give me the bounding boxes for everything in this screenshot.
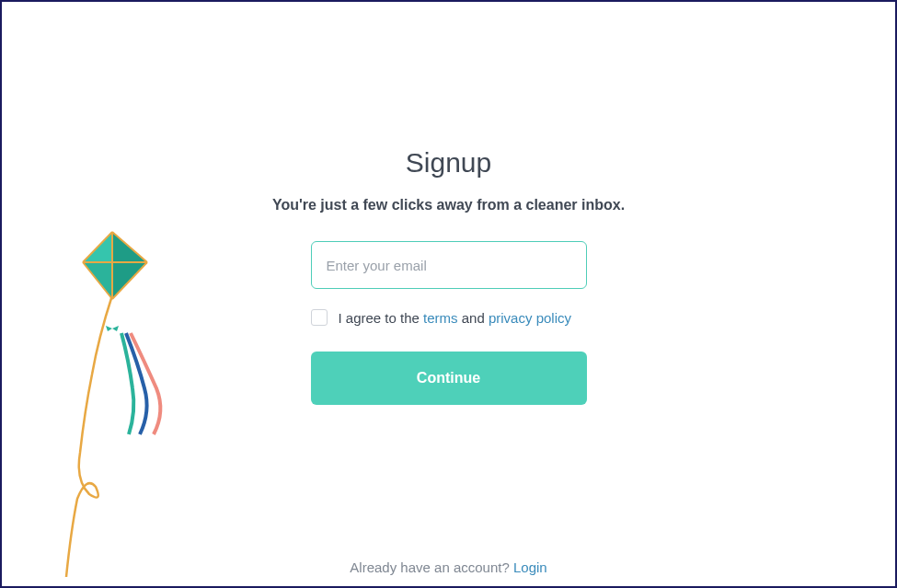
page-subtitle: You're just a few clicks away from a cle… [272, 195, 625, 215]
login-link[interactable]: Login [513, 559, 547, 575]
continue-button[interactable]: Continue [311, 352, 587, 405]
consent-text: I agree to the terms and privacy policy [339, 310, 571, 326]
footer-prompt: Already have an account? [350, 559, 513, 575]
consent-middle: and [458, 310, 489, 326]
email-field[interactable] [311, 241, 587, 289]
terms-checkbox[interactable] [311, 309, 328, 326]
privacy-link[interactable]: privacy policy [489, 310, 571, 326]
terms-link[interactable]: terms [423, 310, 458, 326]
page-title: Signup [406, 147, 491, 179]
consent-prefix: I agree to the [339, 310, 424, 326]
footer: Already have an account? Login [2, 559, 895, 575]
